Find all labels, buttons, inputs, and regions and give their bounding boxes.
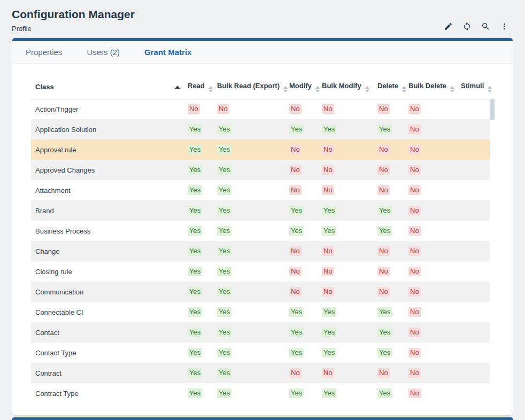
table-row[interactable]: CommunicationYesYesNoNoNoNo [31, 282, 490, 302]
sort-icon [283, 86, 288, 92]
grant-badge-no: No [289, 246, 302, 256]
class-cell: Contact Type [31, 343, 188, 363]
column-header-delete[interactable]: Delete [377, 75, 408, 99]
grant-badge-no: No [408, 246, 421, 256]
next-card-accent-bar [12, 417, 513, 420]
grant-cell: Yes [188, 221, 217, 241]
grant-cell: Yes [322, 383, 377, 403]
table-row[interactable]: BrandYesYesYesYesYesNo [31, 200, 490, 221]
grant-cell [461, 200, 490, 221]
refresh-button[interactable] [462, 21, 472, 31]
grant-badge-no: No [289, 104, 302, 114]
grant-cell: Yes [188, 119, 217, 139]
grant-badge-yes: Yes [188, 165, 202, 175]
grant-badge-yes: Yes [188, 348, 202, 357]
grant-badge-yes: Yes [377, 125, 392, 134]
class-cell: Connectable CI [31, 302, 188, 322]
grant-cell: No [408, 302, 461, 322]
grant-badge-yes: Yes [289, 206, 304, 215]
grant-badge-yes: Yes [188, 307, 202, 317]
grant-cell: No [289, 282, 322, 302]
grant-cell: Yes [188, 261, 217, 282]
grant-cell: Yes [188, 343, 217, 363]
grant-badge-no: No [322, 165, 334, 175]
grant-badge-yes: Yes [188, 226, 202, 236]
column-label: Bulk Delete [408, 82, 446, 90]
grant-badge-yes: Yes [377, 348, 392, 357]
column-header-modify[interactable]: Modify [289, 75, 322, 99]
grant-matrix-table: ClassReadBulk Read (Export)ModifyBulk Mo… [31, 75, 490, 403]
table-row[interactable]: AttachmentYesYesNoNoNoNo [31, 180, 490, 200]
grant-cell: Yes [289, 322, 322, 343]
edit-button[interactable] [443, 21, 453, 31]
grant-cell: Yes [289, 383, 322, 403]
grant-badge-no: No [289, 185, 302, 195]
grant-badge-no: No [408, 307, 421, 317]
table-row[interactable]: ContractYesYesNoNoNoNo [31, 363, 490, 383]
class-cell: Contract Type [31, 383, 188, 403]
grant-badge-yes: Yes [217, 206, 231, 215]
class-cell: Business Process [31, 221, 188, 241]
grant-cell: Yes [217, 180, 289, 200]
grant-cell: Yes [188, 322, 217, 343]
page-subtitle: Profile [12, 25, 513, 33]
table-row[interactable]: ContactYesYesYesYesYesNo [31, 322, 490, 343]
more-options-button[interactable] [499, 21, 509, 31]
grant-badge-yes: Yes [217, 125, 231, 134]
table-row[interactable]: Connectable CIYesYesYesYesYesNo [31, 302, 490, 322]
table-row[interactable]: Application SolutionYesYesYesYesYesNo [31, 119, 490, 139]
table-row[interactable]: Closing ruleYesYesNoNoNoNo [31, 261, 490, 282]
column-header-bulk-delete[interactable]: Bulk Delete [408, 75, 461, 99]
grant-badge-yes: Yes [188, 185, 202, 195]
refresh-icon [462, 22, 472, 31]
tab-properties[interactable]: Properties [26, 48, 62, 57]
grant-cell: No [408, 261, 461, 282]
header-actions [443, 21, 509, 31]
table-row[interactable]: Contract TypeYesYesYesYesYesNo [31, 383, 490, 403]
table-row[interactable]: Approval ruleYesYesNoNoNoNo [31, 139, 490, 160]
sort-icon [488, 86, 492, 92]
class-cell: Approved Changes [31, 160, 188, 180]
grant-badge-yes: Yes [188, 328, 202, 337]
grant-badge-yes: Yes [217, 226, 231, 236]
grant-badge-no: No [322, 145, 334, 154]
grant-badge-no: No [322, 368, 334, 378]
tab-grant-matrix[interactable]: Grant Matrix [144, 48, 191, 57]
grant-cell: Yes [322, 302, 377, 322]
column-header-bulk-read-export[interactable]: Bulk Read (Export) [217, 75, 289, 99]
grant-badge-no: No [408, 368, 421, 378]
table-row[interactable]: Action/TriggerNoNoNoNoNoNo [31, 99, 490, 119]
tab-users[interactable]: Users (2) [87, 48, 120, 57]
grant-badge-yes: Yes [289, 125, 304, 134]
table-row[interactable]: Contact TypeYesYesYesYesYesNo [31, 343, 490, 363]
grant-cell: No [289, 241, 322, 261]
grant-badge-yes: Yes [322, 125, 336, 134]
grant-cell: Yes [377, 343, 408, 363]
class-cell: Action/Trigger [31, 99, 188, 119]
grant-badge-no: No [289, 368, 302, 378]
search-button[interactable] [481, 21, 490, 31]
sort-icon [209, 86, 213, 92]
column-header-bulk-modify[interactable]: Bulk Modify [322, 75, 377, 99]
grant-cell [461, 282, 490, 302]
grant-badge-no: No [289, 267, 302, 276]
grant-cell: No [377, 180, 408, 200]
grant-cell [461, 322, 490, 343]
grant-cell [461, 343, 490, 363]
table-row[interactable]: Business ProcessYesYesYesYesYesNo [31, 221, 490, 241]
grant-badge-no: No [408, 185, 421, 195]
grant-cell: Yes [289, 200, 322, 221]
column-header-class[interactable]: Class [31, 75, 188, 99]
column-header-stimuli[interactable]: Stimuli [461, 75, 490, 99]
grant-badge-yes: Yes [377, 226, 392, 236]
table-row[interactable]: ChangeYesYesNoNoNoNo [31, 241, 490, 261]
grant-badge-yes: Yes [188, 368, 202, 378]
column-header-read[interactable]: Read [188, 75, 217, 99]
grant-badge-no: No [322, 287, 334, 297]
scrollbar-thumb[interactable] [490, 99, 495, 120]
grant-cell: No [377, 99, 408, 119]
grant-badge-no: No [322, 267, 334, 276]
sort-icon [450, 86, 454, 92]
table-row[interactable]: Approved ChangesYesYesNoNoNoNo [31, 160, 490, 180]
table-scrollbar[interactable] [490, 99, 495, 404]
